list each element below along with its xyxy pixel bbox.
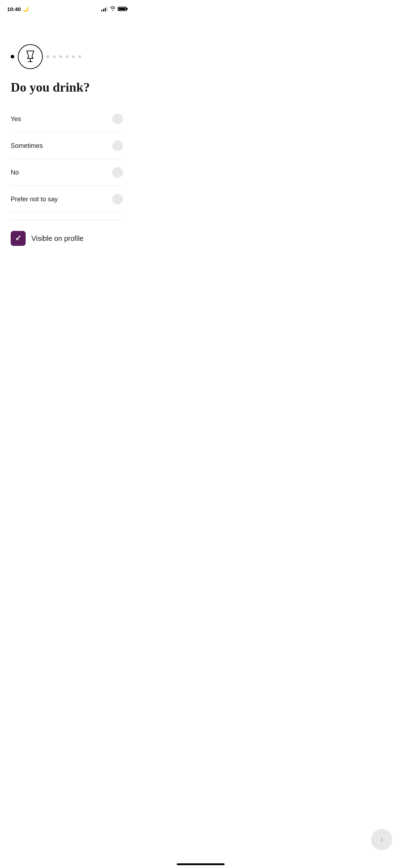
signal-icon: [101, 7, 108, 11]
progress-dot-3: [53, 55, 56, 58]
progress-indicator: [11, 44, 123, 69]
visible-on-profile-checkbox[interactable]: ✓: [11, 231, 26, 246]
progress-dot-7: [78, 55, 81, 58]
option-yes-radio[interactable]: [112, 114, 123, 124]
option-no[interactable]: No: [11, 159, 123, 186]
checkmark-icon: ✓: [15, 234, 21, 243]
option-sometimes-label: Sometimes: [11, 142, 43, 150]
status-bar: 10:40 🌙: [0, 0, 134, 16]
option-prefer-not-radio[interactable]: [112, 194, 123, 205]
option-yes-label: Yes: [11, 115, 21, 123]
option-no-label: No: [11, 169, 19, 176]
progress-dot-2: [46, 55, 49, 58]
wine-glass-icon: [25, 50, 35, 63]
option-sometimes[interactable]: Sometimes: [11, 133, 123, 159]
options-list: Yes Sometimes No Prefer not to say: [11, 106, 123, 213]
option-prefer-not-label: Prefer not to say: [11, 196, 58, 203]
progress-dot-5: [66, 55, 68, 58]
moon-icon: 🌙: [22, 6, 29, 12]
visible-on-profile-row[interactable]: ✓ Visible on profile: [11, 227, 123, 249]
wine-icon-circle: [18, 44, 43, 69]
time-display: 10:40: [7, 6, 21, 12]
main-content: Do you drink? Yes Sometimes No Prefer no…: [0, 16, 134, 257]
option-prefer-not[interactable]: Prefer not to say: [11, 186, 123, 213]
progress-dot-active: [11, 55, 14, 58]
option-no-radio[interactable]: [112, 167, 123, 178]
battery-icon: [118, 7, 127, 11]
status-icons: [101, 6, 127, 12]
section-divider: [11, 220, 123, 220]
status-time: 10:40 🌙: [7, 6, 29, 12]
question-title: Do you drink?: [11, 80, 123, 95]
option-sometimes-radio[interactable]: [112, 140, 123, 151]
visible-on-profile-label: Visible on profile: [31, 234, 83, 243]
progress-dot-4: [59, 55, 62, 58]
option-yes[interactable]: Yes: [11, 106, 123, 133]
wifi-icon: [110, 6, 115, 12]
progress-dot-6: [72, 55, 75, 58]
